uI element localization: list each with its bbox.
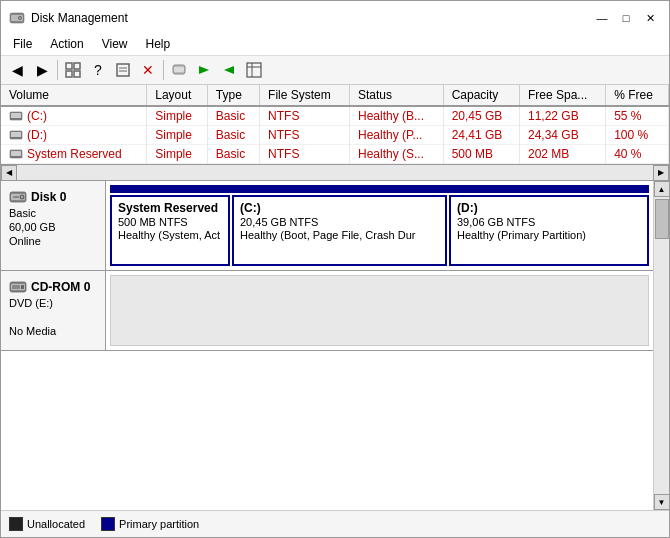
scroll-right-arrow[interactable]: ▶ [653,165,669,181]
cell-freespace: 24,34 GB [519,126,605,145]
toolbar-delete[interactable]: ✕ [136,58,160,82]
toolbar-btn-7[interactable] [167,58,191,82]
title-bar: Disk Management — □ ✕ [1,1,669,33]
svg-rect-19 [11,113,21,118]
menu-action[interactable]: Action [42,35,91,53]
toolbar-forward[interactable]: ▶ [30,58,54,82]
svg-point-30 [21,196,23,198]
menu-view[interactable]: View [94,35,136,53]
disk0-bar [110,185,649,193]
cell-type: Basic [207,145,259,164]
svg-rect-35 [21,285,24,289]
menu-file[interactable]: File [5,35,40,53]
scroll-up-arrow[interactable]: ▲ [654,181,670,197]
disk0-partitions: System Reserved 500 MB NTFS Healthy (Sys… [110,195,649,266]
cell-layout: Simple [147,145,208,164]
disk-area: Disk 0 Basic 60,00 GB Online System Rese… [1,181,653,510]
cell-filesystem: NTFS [260,126,350,145]
window-title: Disk Management [31,11,128,25]
cell-layout: Simple [147,126,208,145]
legend-primary-label: Primary partition [119,518,199,530]
toolbar-separator-1 [57,60,58,80]
svg-marker-13 [199,66,209,74]
partition-system-reserved[interactable]: System Reserved 500 MB NTFS Healthy (Sys… [110,195,230,266]
cell-percentfree: 55 % [606,106,669,126]
col-capacity: Capacity [443,85,519,106]
cell-freespace: 202 MB [519,145,605,164]
cell-filesystem: NTFS [260,106,350,126]
minimize-button[interactable]: — [591,7,613,29]
cdrom-type: DVD (E:) [9,297,97,309]
svg-marker-14 [224,66,234,74]
cell-type: Basic [207,106,259,126]
table-header-row: Volume Layout Type File System Status Ca… [1,85,669,106]
toolbar-btn-9[interactable] [217,58,241,82]
toolbar-help[interactable]: ? [86,58,110,82]
cell-status: Healthy (S... [349,145,443,164]
disk-management-window: Disk Management — □ ✕ File Action View H… [0,0,670,538]
legend-primary-box [101,517,115,531]
partition-c-size: 20,45 GB NTFS [240,216,439,228]
svg-rect-23 [10,137,22,139]
col-layout: Layout [147,85,208,106]
menu-bar: File Action View Help [1,33,669,56]
svg-rect-25 [11,151,21,156]
close-button[interactable]: ✕ [639,7,661,29]
col-type: Type [207,85,259,106]
cdrom-visual [110,275,649,346]
cell-percentfree: 100 % [606,126,669,145]
table-row[interactable]: (C:) Simple Basic NTFS Healthy (B... 20,… [1,106,669,126]
partition-d[interactable]: (D:) 39,06 GB NTFS Healthy (Primary Part… [449,195,649,266]
partition-sysres-label: System Reserved [118,201,222,215]
disk0-name: Disk 0 [31,190,66,204]
cell-type: Basic [207,126,259,145]
maximize-button[interactable]: □ [615,7,637,29]
svg-rect-8 [117,64,129,76]
legend-primary: Primary partition [101,517,199,531]
scroll-down-arrow[interactable]: ▼ [654,494,670,510]
svg-rect-20 [10,118,22,120]
cell-freespace: 11,22 GB [519,106,605,126]
disk0-row: Disk 0 Basic 60,00 GB Online System Rese… [1,181,653,271]
disk0-size: 60,00 GB [9,221,97,233]
toolbar-btn-10[interactable] [242,58,266,82]
disk0-label: Disk 0 Basic 60,00 GB Online [1,181,106,270]
cell-status: Healthy (P... [349,126,443,145]
svg-rect-26 [10,156,22,158]
svg-rect-7 [74,71,80,77]
disk0-icon [9,189,27,205]
cdrom-name: CD-ROM 0 [31,280,90,294]
cdrom-media: No Media [9,325,97,337]
properties-icon [115,62,131,78]
toolbar-btn-5[interactable] [111,58,135,82]
legend-unallocated-label: Unallocated [27,518,85,530]
scroll-thumb[interactable] [655,199,669,239]
toolbar-back[interactable]: ◀ [5,58,29,82]
arrow-left-icon [221,62,237,78]
vertical-scrollbar[interactable]: ▲ ▼ [653,181,669,510]
toolbar-btn-grid[interactable] [61,58,85,82]
table-row[interactable]: System Reserved Simple Basic NTFS Health… [1,145,669,164]
svg-rect-15 [247,63,261,77]
menu-help[interactable]: Help [138,35,179,53]
horizontal-scrollbar[interactable]: ◀ ▶ [1,165,669,181]
partition-c[interactable]: (C:) 20,45 GB NTFS Healthy (Boot, Page F… [232,195,447,266]
svg-rect-31 [13,196,19,198]
partition-c-label: (C:) [240,201,439,215]
table-row[interactable]: (D:) Simple Basic NTFS Healthy (P... 24,… [1,126,669,145]
col-filesystem: File System [260,85,350,106]
arrow-right-icon [196,62,212,78]
svg-rect-5 [74,63,80,69]
col-volume: Volume [1,85,147,106]
toolbar-btn-8[interactable] [192,58,216,82]
scroll-left-arrow[interactable]: ◀ [1,165,17,181]
scroll-track[interactable] [17,165,653,180]
disk-icon [171,62,187,78]
toolbar-separator-2 [163,60,164,80]
cell-volume: (D:) [1,126,147,145]
col-percentfree: % Free [606,85,669,106]
disk-table-area: Volume Layout Type File System Status Ca… [1,85,669,165]
drive-icon [9,129,23,141]
svg-rect-6 [66,71,72,77]
app-icon [9,10,25,26]
